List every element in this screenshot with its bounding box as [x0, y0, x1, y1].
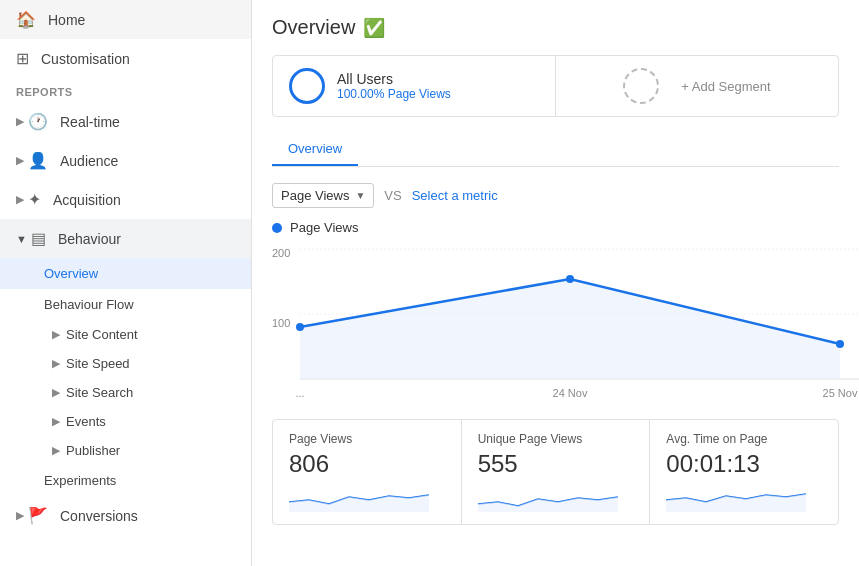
sidebar-item-label: Real-time: [60, 114, 120, 130]
sidebar-subitem-label: Experiments: [44, 473, 116, 488]
chart-area: 200 100 ... 24 Nov 25 Nov: [272, 239, 839, 399]
chart-legend: Page Views: [272, 220, 839, 235]
sidebar-item-label: Behaviour: [58, 231, 121, 247]
person-icon: 👤: [28, 151, 48, 170]
chart-point: [566, 275, 574, 283]
sidebar-subitem-experiments[interactable]: Experiments: [0, 465, 251, 496]
add-segment-circle: [623, 68, 659, 104]
sidebar-item-label: Home: [48, 12, 85, 28]
sidebar-subitem-label: Site Content: [66, 327, 138, 342]
sidebar-subitem-label: Site Search: [66, 385, 133, 400]
stat-page-views: Page Views 806: [273, 420, 462, 524]
legend-label: Page Views: [290, 220, 358, 235]
segment-add[interactable]: + Add Segment: [556, 56, 838, 116]
segment-name: All Users: [337, 71, 451, 87]
reports-section-label: REPORTS: [0, 78, 251, 102]
x-label-25nov: 25 Nov: [823, 387, 858, 399]
stat-label: Page Views: [289, 432, 445, 446]
stat-label: Avg. Time on Page: [666, 432, 822, 446]
page-header: Overview ✅: [272, 16, 839, 39]
chevron-right-icon: ▶: [52, 328, 60, 341]
grid-icon: ⊞: [16, 49, 29, 68]
page-views-dropdown[interactable]: Page Views ▼: [272, 183, 374, 208]
sidebar-item-label: Audience: [60, 153, 118, 169]
chart-point: [836, 340, 844, 348]
sidebar-item-acquisition[interactable]: ▶ ✦ Acquisition: [0, 180, 251, 219]
sidebar-item-behaviour[interactable]: ▼ ▤ Behaviour: [0, 219, 251, 258]
chart-area-fill: [300, 279, 840, 379]
x-label-24nov: 24 Nov: [553, 387, 588, 399]
sidebar-item-home[interactable]: 🏠 Home: [0, 0, 251, 39]
collapse-arrow-icon: ▶: [16, 115, 24, 128]
sidebar-subitem-label: Site Speed: [66, 356, 130, 371]
stat-sparkline: [289, 482, 445, 512]
flag-icon: 🚩: [28, 506, 48, 525]
y-label-100: 100: [272, 317, 290, 329]
stat-avg-time-on-page: Avg. Time on Page 00:01:13: [650, 420, 838, 524]
sidebar-subitem-publisher[interactable]: ▶ Publisher: [0, 436, 251, 465]
sidebar-item-realtime[interactable]: ▶ 🕐 Real-time: [0, 102, 251, 141]
x-label-start: ...: [295, 387, 304, 399]
check-icon: ✅: [363, 17, 385, 39]
sidebar-item-label: Conversions: [60, 508, 138, 524]
tab-overview[interactable]: Overview: [272, 133, 358, 166]
stats-row: Page Views 806 Unique Page Views 555 Avg…: [272, 419, 839, 525]
collapse-arrow-icon: ▶: [16, 154, 24, 167]
line-chart: 200 100 ... 24 Nov 25 Nov: [272, 239, 859, 399]
sidebar-subitem-site-search[interactable]: ▶ Site Search: [0, 378, 251, 407]
chart-point: [296, 323, 304, 331]
segment-all-users[interactable]: All Users 100.00% Page Views: [273, 56, 556, 116]
sidebar-subitem-overview[interactable]: Overview: [0, 258, 251, 289]
stat-sparkline: [666, 482, 822, 512]
segment-desc: 100.00% Page Views: [337, 87, 451, 101]
dropdown-value: Page Views: [281, 188, 349, 203]
chevron-right-icon: ▶: [52, 386, 60, 399]
chevron-right-icon: ▶: [52, 357, 60, 370]
page-title: Overview: [272, 16, 355, 39]
acquisition-icon: ✦: [28, 190, 41, 209]
sidebar-subitem-label: Events: [66, 414, 106, 429]
expand-arrow-icon: ▼: [16, 233, 27, 245]
stat-value: 00:01:13: [666, 450, 822, 478]
stat-value: 555: [478, 450, 634, 478]
legend-dot: [272, 223, 282, 233]
collapse-arrow-icon: ▶: [16, 509, 24, 522]
sidebar-subitem-label: Behaviour Flow: [44, 297, 134, 312]
sidebar-subitem-events[interactable]: ▶ Events: [0, 407, 251, 436]
home-icon: 🏠: [16, 10, 36, 29]
sidebar-subitem-label: Publisher: [66, 443, 120, 458]
dropdown-chevron-icon: ▼: [355, 190, 365, 201]
behaviour-icon: ▤: [31, 229, 46, 248]
collapse-arrow-icon: ▶: [16, 193, 24, 206]
sidebar-subitem-site-content[interactable]: ▶ Site Content: [0, 320, 251, 349]
tabs-bar: Overview: [272, 133, 839, 167]
segment-circle: [289, 68, 325, 104]
sidebar-item-conversions[interactable]: ▶ 🚩 Conversions: [0, 496, 251, 535]
sidebar-subitem-label: Overview: [44, 266, 98, 281]
sidebar-item-audience[interactable]: ▶ 👤 Audience: [0, 141, 251, 180]
stat-sparkline: [478, 482, 634, 512]
segment-info: All Users 100.00% Page Views: [337, 71, 451, 101]
stat-value: 806: [289, 450, 445, 478]
sidebar-subitem-site-speed[interactable]: ▶ Site Speed: [0, 349, 251, 378]
y-label-200: 200: [272, 247, 290, 259]
sidebar-item-label: Acquisition: [53, 192, 121, 208]
segment-bar: All Users 100.00% Page Views + Add Segme…: [272, 55, 839, 117]
main-content: Overview ✅ All Users 100.00% Page Views …: [252, 0, 859, 566]
stat-unique-page-views: Unique Page Views 555: [462, 420, 651, 524]
add-segment-label: + Add Segment: [681, 79, 770, 94]
vs-label: VS: [384, 188, 401, 203]
chevron-right-icon: ▶: [52, 444, 60, 457]
select-metric-link[interactable]: Select a metric: [412, 188, 498, 203]
sidebar-subitem-behaviour-flow[interactable]: Behaviour Flow: [0, 289, 251, 320]
sidebar: 🏠 Home ⊞ Customisation REPORTS ▶ 🕐 Real-…: [0, 0, 252, 566]
clock-icon: 🕐: [28, 112, 48, 131]
sidebar-item-customisation[interactable]: ⊞ Customisation: [0, 39, 251, 78]
sidebar-item-label: Customisation: [41, 51, 130, 67]
metric-selector: Page Views ▼ VS Select a metric: [272, 183, 839, 208]
chevron-right-icon: ▶: [52, 415, 60, 428]
stat-label: Unique Page Views: [478, 432, 634, 446]
